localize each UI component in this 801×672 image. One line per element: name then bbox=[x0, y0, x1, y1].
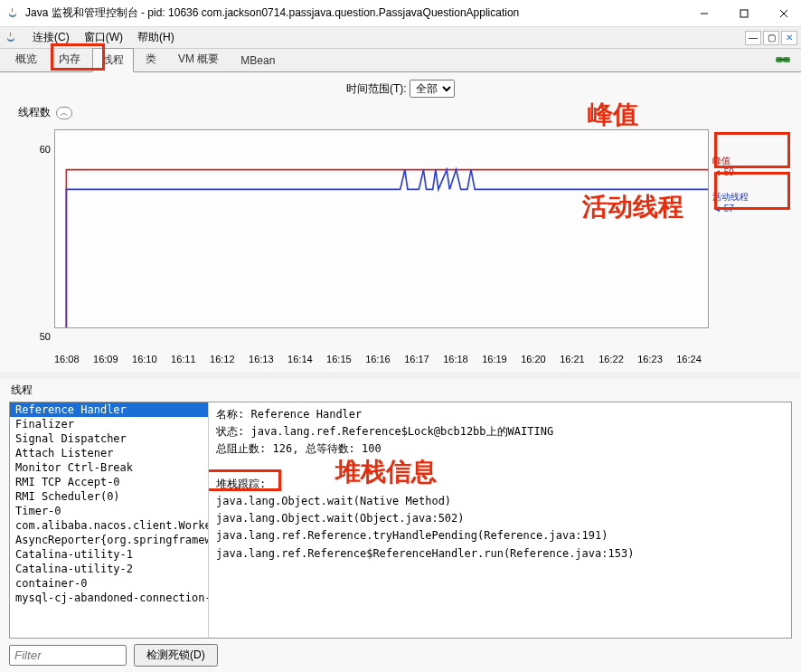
menubar: 连接(C) 窗口(W) 帮助(H) — ▢ ✕ bbox=[0, 27, 801, 49]
list-item[interactable]: Timer-0 bbox=[10, 504, 208, 518]
chart-plot bbox=[54, 129, 709, 328]
list-item[interactable]: Signal Dispatcher bbox=[10, 431, 208, 446]
detail-name-label: 名称: bbox=[216, 408, 244, 421]
time-range-select[interactable]: 全部 bbox=[410, 80, 455, 98]
stack-line: java.lang.Object.wait(Object.java:502) bbox=[216, 510, 784, 527]
stack-line: java.lang.ref.Reference$ReferenceHandler… bbox=[216, 545, 784, 563]
detail-stack-label: 堆栈跟踪: bbox=[216, 478, 266, 490]
connected-icon bbox=[774, 52, 792, 70]
list-item[interactable]: com.alibaba.nacos.client.Worke bbox=[10, 518, 208, 533]
mdi-maximize-button[interactable]: ▢ bbox=[763, 31, 779, 45]
titlebar: Java 监视和管理控制台 - pid: 10636 com.jackson07… bbox=[0, 0, 801, 27]
tab-mbean[interactable]: MBean bbox=[231, 50, 285, 71]
thread-list[interactable]: Reference Handler Finalizer Signal Dispa… bbox=[10, 402, 209, 638]
time-range-row: 时间范围(T): 全部 bbox=[0, 72, 801, 101]
x-axis: 16:0816:0916:1016:1116:1216:1316:1416:15… bbox=[18, 354, 783, 364]
time-range-label: 时间范围(T): bbox=[346, 82, 407, 95]
chart-title: 线程数 bbox=[18, 105, 51, 120]
mdi-close-button[interactable]: ✕ bbox=[781, 31, 797, 45]
list-item[interactable]: Reference Handler bbox=[10, 402, 208, 417]
list-item[interactable]: Finalizer bbox=[10, 417, 208, 431]
filter-input[interactable] bbox=[9, 645, 127, 666]
list-item[interactable]: RMI TCP Accept-0 bbox=[10, 475, 208, 489]
detail-state-label: 状态: bbox=[216, 425, 244, 438]
list-item[interactable]: Catalina-utility-2 bbox=[10, 562, 208, 576]
thread-body: Reference Handler Finalizer Signal Dispa… bbox=[9, 402, 792, 639]
close-button[interactable] bbox=[772, 5, 796, 23]
thread-detail: 名称: Reference Handler 状态: java.lang.ref.… bbox=[209, 402, 791, 638]
list-item[interactable]: mysql-cj-abandoned-connection- bbox=[10, 591, 208, 605]
tab-memory[interactable]: 内存 bbox=[49, 47, 90, 71]
tab-threads[interactable]: 线程 bbox=[92, 48, 134, 72]
tab-classes[interactable]: 类 bbox=[136, 47, 166, 71]
list-item[interactable]: RMI Scheduler(0) bbox=[10, 489, 208, 504]
minimize-button[interactable] bbox=[693, 5, 716, 23]
detail-blocked-label: 总阻止数: bbox=[216, 442, 266, 455]
filter-row: 检测死锁(D) bbox=[9, 639, 792, 667]
tab-vmsummary[interactable]: VM 概要 bbox=[168, 47, 229, 71]
mdi-minimize-button[interactable]: — bbox=[745, 31, 761, 45]
stack-line: java.lang.ref.Reference.tryHandlePending… bbox=[216, 527, 784, 544]
java-icon bbox=[5, 6, 20, 21]
thread-header: 线程 bbox=[9, 381, 792, 402]
thread-section: 线程 Reference Handler Finalizer Signal Di… bbox=[0, 379, 801, 672]
legend-peak-value: 59 bbox=[724, 167, 734, 177]
maximize-button[interactable] bbox=[732, 5, 756, 23]
list-item[interactable]: Attach Listener bbox=[10, 446, 208, 460]
window-controls bbox=[693, 5, 796, 23]
menu-help[interactable]: 帮助(H) bbox=[130, 28, 182, 47]
menu-window[interactable]: 窗口(W) bbox=[77, 28, 130, 47]
y-axis: 60 50 bbox=[18, 122, 54, 350]
detail-state-value: java.lang.ref.Reference$Lock@bcb12bb上的WA… bbox=[250, 425, 553, 438]
menu-connect[interactable]: 连接(C) bbox=[25, 28, 77, 47]
window-title: Java 监视和管理控制台 - pid: 10636 com.jackson07… bbox=[25, 5, 693, 21]
detail-name-value: Reference Handler bbox=[250, 408, 362, 421]
chart-area: 线程数 ︿ 60 50 峰值 ◄ 59 活动线程 ◄ 57 bbox=[0, 101, 801, 372]
chart-collapse-button[interactable]: ︿ bbox=[56, 107, 72, 119]
list-item[interactable]: Catalina-utility-1 bbox=[10, 547, 208, 562]
splitter[interactable] bbox=[0, 372, 801, 379]
legend-live-value: 57 bbox=[724, 203, 734, 213]
chart-legend: 峰值 ◄ 59 活动线程 ◄ 57 bbox=[709, 122, 783, 350]
list-item[interactable]: container-0 bbox=[10, 576, 208, 591]
stack-line: java.lang.Object.wait(Native Method) bbox=[216, 493, 784, 510]
list-item[interactable]: Monitor Ctrl-Break bbox=[10, 460, 208, 475]
tab-overview[interactable]: 概览 bbox=[5, 47, 47, 71]
detect-deadlock-button[interactable]: 检测死锁(D) bbox=[134, 644, 218, 667]
legend-live-label: 活动线程 bbox=[712, 192, 749, 202]
list-item[interactable]: AsyncReporter{org.springframew bbox=[10, 533, 208, 547]
java-icon bbox=[4, 31, 18, 45]
svg-rect-1 bbox=[740, 10, 748, 17]
legend-peak-label: 峰值 bbox=[712, 156, 730, 166]
tabstrip: 概览 内存 线程 类 VM 概要 MBean bbox=[0, 49, 801, 72]
detail-blocked-value: 126, 总等待数: 100 bbox=[272, 442, 381, 455]
